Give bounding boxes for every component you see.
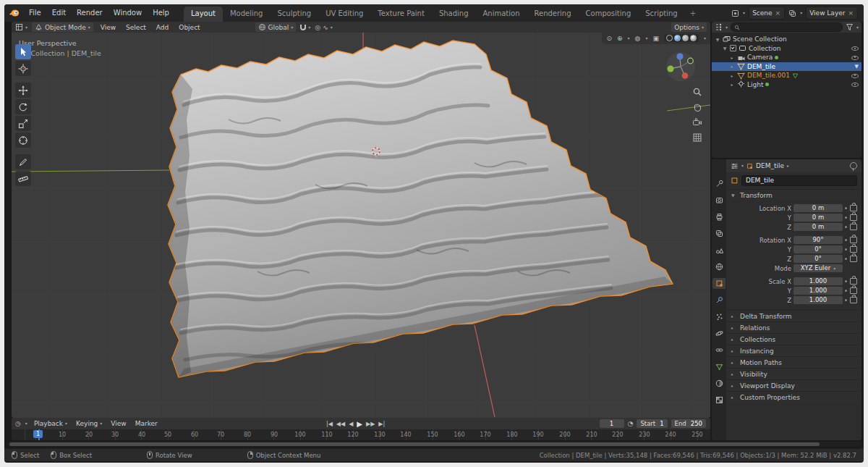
view-layer-selector[interactable]: View Layer × [806, 7, 858, 20]
tab-object-properties[interactable] [712, 278, 726, 289]
tab-sculpting[interactable]: Sculpting [270, 7, 318, 22]
proportional-editing[interactable]: ◎ ∿ ▾ [315, 24, 332, 31]
jump-end-button[interactable]: ▶| [378, 421, 385, 427]
menu-object[interactable]: Object [176, 23, 203, 32]
outliner-row-dem-tile[interactable]: ▸ DEM_tile ▼ [712, 62, 861, 72]
scene-icon[interactable] [731, 9, 739, 17]
tab-view-layer-properties[interactable] [712, 228, 726, 239]
orientation-dropdown[interactable]: Global ▾ [255, 22, 297, 32]
next-keyframe-button[interactable]: ▶▶ [366, 421, 375, 427]
tab-compositing[interactable]: Compositing [579, 7, 639, 22]
lock-icon[interactable] [850, 224, 857, 230]
section-relations[interactable]: ▸Relations [726, 321, 861, 333]
options-dropdown[interactable]: Options ▾ [671, 22, 707, 32]
editor-type-selector[interactable]: ▾ [15, 23, 27, 31]
lock-icon[interactable] [850, 205, 857, 211]
lock-icon[interactable] [850, 297, 857, 303]
tab-output-properties[interactable] [712, 211, 726, 222]
rotation-z-field[interactable]: 0° [793, 255, 843, 263]
location-z-field[interactable]: 0 m [793, 223, 843, 231]
menu-view[interactable]: View [98, 23, 119, 32]
tool-transform[interactable] [15, 132, 31, 148]
menu-add[interactable]: Add [153, 23, 171, 32]
tab-modifier-properties[interactable] [712, 295, 726, 306]
menu-window[interactable]: Window [109, 7, 147, 19]
outliner-editor-dropdown-icon[interactable]: ▾ [726, 25, 728, 30]
tab-texture-paint[interactable]: Texture Paint [370, 7, 432, 22]
expand-icon[interactable]: ▼ [722, 46, 728, 51]
gizmo-y-axis[interactable] [667, 65, 673, 72]
pin-icon[interactable] [850, 162, 857, 169]
expand-icon[interactable]: ▸ [729, 82, 735, 87]
view-layer-close-icon[interactable]: × [847, 9, 854, 17]
section-viewport-display[interactable]: ▸Viewport Display [726, 379, 861, 391]
expand-icon[interactable]: ▸ [729, 64, 735, 69]
prev-frame-button[interactable]: ◀ [349, 421, 353, 427]
transform-panel-header[interactable]: ▼ Transform [726, 189, 861, 201]
selectability-icon[interactable]: ⊙ [606, 35, 612, 42]
gizmo-x-axis[interactable] [682, 72, 689, 79]
tab-layout[interactable]: Layout [184, 7, 223, 22]
menu-keying[interactable]: Keying▾ [74, 419, 104, 428]
jump-start-button[interactable]: |◀ [326, 421, 333, 427]
section-custom-properties[interactable]: ▸Custom Properties [726, 391, 861, 403]
expand-icon[interactable]: ▼ [715, 37, 720, 42]
section-collections[interactable]: ▸Collections [726, 333, 861, 345]
keyframe-dot-icon[interactable] [845, 299, 847, 301]
rotation-y-field[interactable]: 0° [793, 245, 843, 253]
tab-scene-properties[interactable] [712, 245, 726, 256]
terrain-mesh[interactable] [163, 33, 684, 418]
location-x-field[interactable]: 0 m [793, 204, 843, 212]
ortho-grid-icon[interactable] [692, 132, 703, 143]
tab-material-properties[interactable] [712, 378, 726, 389]
menu-playback[interactable]: Playback▾ [32, 419, 69, 428]
tab-shading[interactable]: Shading [432, 7, 476, 22]
timeline-ruler[interactable]: 1 10 20 30 40 50 60 70 80 90 100 110 120… [12, 429, 710, 440]
tool-annotate[interactable] [15, 154, 31, 169]
visibility-eye-icon[interactable] [851, 54, 859, 61]
tab-rendering[interactable]: Rendering [527, 7, 578, 22]
keyframe-dot-icon[interactable] [845, 207, 847, 209]
view-layer-icon[interactable] [788, 9, 796, 17]
scrollbar-thumb[interactable] [9, 442, 820, 446]
scale-x-field[interactable]: 1.000 [793, 277, 843, 285]
lock-icon[interactable] [850, 246, 857, 253]
lock-icon[interactable] [850, 278, 857, 285]
snap-toggle[interactable]: ▾ [300, 25, 310, 30]
section-visibility[interactable]: ▸Visibility [726, 368, 861, 379]
xray-toggle-icon[interactable]: ▣ [652, 35, 659, 42]
menu-marker[interactable]: Marker [133, 419, 160, 428]
rotation-mode-dropdown[interactable]: XYZ Euler ▾ [793, 264, 843, 272]
scale-z-field[interactable]: 1.000 [793, 296, 843, 304]
section-motion-paths[interactable]: ▸Motion Paths [726, 356, 861, 368]
shading-material-icon[interactable] [682, 35, 689, 41]
zoom-icon[interactable] [692, 86, 703, 98]
location-y-field[interactable]: 0 m [793, 214, 843, 222]
snap-dropdown-icon[interactable]: ▾ [308, 25, 310, 30]
gizmos-dropdown-icon[interactable]: ▾ [628, 36, 630, 41]
chevron-down-icon[interactable]: ▼ [855, 64, 859, 70]
collection-checkbox[interactable] [730, 45, 736, 51]
filter-dropdown-icon[interactable]: ▾ [856, 25, 859, 30]
outliner-row-camera[interactable]: ▸ Camera [712, 53, 861, 62]
filter-funnel-icon[interactable] [846, 23, 854, 31]
object-name-field[interactable]: DEM_tile [741, 175, 857, 186]
lock-icon[interactable] [850, 237, 857, 243]
tab-texture-properties[interactable] [712, 395, 726, 405]
gizmos-icon[interactable]: ⊕ [617, 35, 623, 42]
tool-cursor[interactable] [15, 61, 31, 76]
tab-object-data-properties[interactable] [712, 361, 726, 372]
tab-animation[interactable]: Animation [476, 7, 527, 22]
playhead-frame-label[interactable]: 1 [33, 430, 43, 438]
tab-particle-properties[interactable] [712, 311, 726, 322]
tab-tool-properties[interactable] [712, 178, 726, 189]
properties-editor-dropdown-icon[interactable]: ▾ [741, 164, 744, 168]
overlays-icon[interactable]: ◍ [635, 35, 641, 42]
expand-icon[interactable]: ▸ [729, 55, 735, 60]
outliner-row-collection[interactable]: ▼ Collection [712, 44, 861, 54]
shading-dropdown-icon[interactable]: ▾ [704, 36, 706, 41]
menu-help[interactable]: Help [148, 7, 174, 19]
auto-keyframe-icon[interactable]: ◔ [628, 420, 634, 427]
keyframe-dot-icon[interactable] [845, 248, 847, 251]
keyframe-dot-icon[interactable] [845, 226, 847, 228]
